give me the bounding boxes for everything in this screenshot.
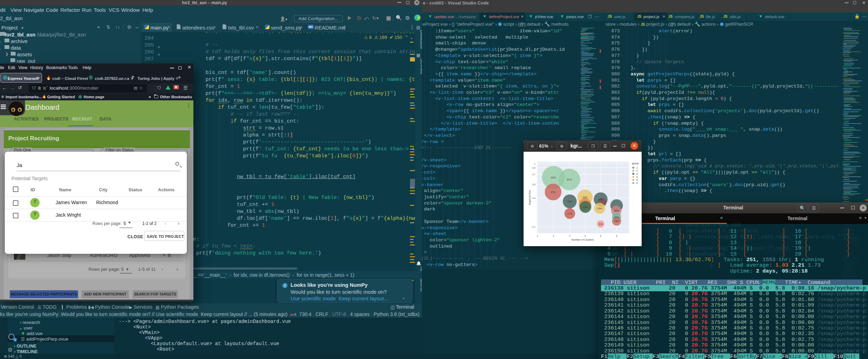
- svg-text:1: 1: [636, 167, 638, 169]
- svg-text:37%: 37%: [551, 191, 556, 193]
- svg-text:3: 3: [636, 173, 638, 175]
- svg-text:group: group: [632, 162, 639, 165]
- svg-text:32%: 32%: [583, 196, 587, 199]
- svg-text:0.9: 0.9: [532, 167, 535, 169]
- svg-text:4: 4: [584, 235, 586, 237]
- svg-text:22%: 22%: [583, 206, 588, 208]
- svg-text:11%: 11%: [598, 223, 603, 225]
- svg-text:5: 5: [636, 179, 638, 181]
- svg-text:25%: 25%: [567, 200, 572, 203]
- svg-text:15%: 15%: [614, 220, 619, 223]
- svg-text:0.3: 0.3: [532, 197, 535, 199]
- svg-text:2: 2: [636, 169, 638, 172]
- svg-text:0.5: 0.5: [532, 183, 535, 186]
- svg-text:10%: 10%: [597, 207, 602, 210]
- svg-text:0.7: 0.7: [532, 173, 535, 176]
- svg-text:62%: 62%: [551, 176, 556, 179]
- svg-text:Number of Clusters: Number of Clusters: [571, 238, 594, 241]
- svg-text:0.1: 0.1: [532, 226, 535, 228]
- svg-text:24%: 24%: [598, 198, 603, 201]
- svg-text:1: 1: [534, 162, 535, 165]
- svg-text:57%: 57%: [567, 178, 572, 181]
- svg-text:11%: 11%: [614, 216, 619, 218]
- svg-text:Segment Size: Segment Size: [528, 190, 531, 205]
- svg-text:6: 6: [636, 182, 638, 184]
- svg-text:1: 1: [537, 235, 538, 237]
- svg-text:5: 5: [600, 235, 601, 237]
- svg-text:2: 2: [553, 235, 554, 237]
- svg-text:3: 3: [569, 235, 570, 237]
- svg-text:16%: 16%: [614, 210, 619, 212]
- svg-text:6: 6: [616, 235, 617, 237]
- svg-text:17%: 17%: [567, 212, 572, 215]
- svg-text:4: 4: [636, 176, 638, 178]
